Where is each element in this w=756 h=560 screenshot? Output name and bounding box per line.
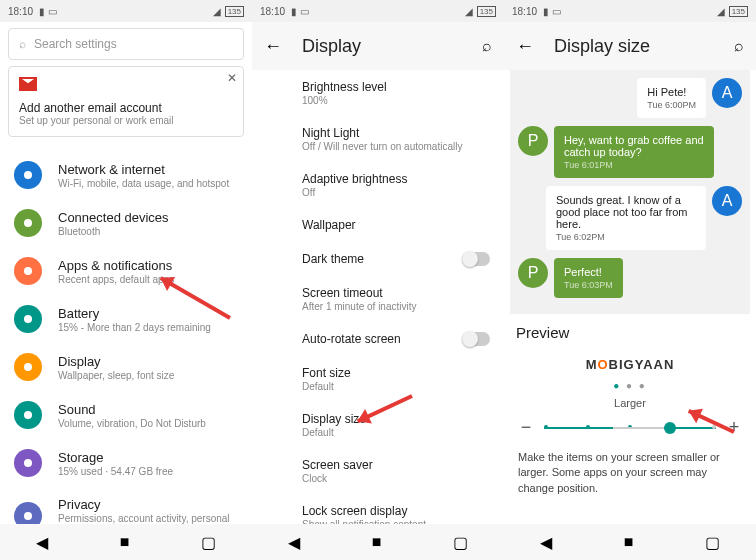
svg-point-7 (24, 512, 32, 520)
preview-chat: AHi Pete!Tue 6:00PMPHey, want to grab co… (510, 70, 750, 314)
settings-icon (14, 209, 42, 237)
settings-icon (14, 257, 42, 285)
settings-item-battery[interactable]: Battery15% - More than 2 days remaining (0, 295, 252, 343)
display-item-adaptive-brightness[interactable]: Adaptive brightnessOff (302, 162, 504, 208)
slider-thumb[interactable] (664, 422, 676, 434)
display-item-brightness-level[interactable]: Brightness level100% (302, 70, 504, 116)
status-bar: 18:10▮ ▭ ◢135 (252, 0, 504, 22)
avatar: A (712, 78, 742, 108)
item-title: Screen timeout (302, 286, 490, 300)
back-icon[interactable]: ← (516, 36, 534, 57)
toggle-switch[interactable] (462, 252, 490, 266)
home-nav-icon[interactable]: ■ (372, 533, 382, 551)
settings-item-storage[interactable]: Storage15% used · 54.47 GB free (0, 439, 252, 487)
status-bar: 18:10▮ ▭ ◢135 (0, 0, 252, 22)
message-bubble: Perfect!Tue 6:03PM (554, 258, 623, 298)
email-card-sub: Set up your personal or work email (19, 115, 233, 126)
back-nav-icon[interactable]: ◀ (540, 533, 552, 552)
avatar: P (518, 126, 548, 156)
search-settings-input[interactable]: ⌕ Search settings (8, 28, 244, 60)
message-time: Tue 6:02PM (556, 232, 696, 242)
wifi-icon: ◢ (213, 6, 221, 17)
display-item-auto-rotate-screen[interactable]: Auto-rotate screen (302, 322, 504, 356)
display-item-screen-saver[interactable]: Screen saverClock (302, 448, 504, 494)
back-nav-icon[interactable]: ◀ (288, 533, 300, 552)
display-size-screen: 18:10▮ ▭ ◢135 ← Display size ⌕ AHi Pete!… (504, 0, 756, 560)
settings-main-screen: 18:10▮ ▭ ◢135 ⌕ Search settings ✕ Add an… (0, 0, 252, 560)
chat-message: PPerfect!Tue 6:03PM (518, 258, 742, 298)
item-title: Adaptive brightness (302, 172, 490, 186)
back-nav-icon[interactable]: ◀ (36, 533, 48, 552)
display-list: Brightness level100%Night LightOff / Wil… (252, 70, 504, 560)
nav-bar: ◀ ■ ▢ (252, 524, 504, 560)
help-text: Make the items on your screen smaller or… (504, 442, 756, 536)
item-sub: Wi-Fi, mobile, data usage, and hotspot (58, 178, 238, 189)
item-title: Lock screen display (302, 504, 490, 518)
item-title: Font size (302, 366, 490, 380)
settings-item-network-internet[interactable]: Network & internetWi-Fi, mobile, data us… (0, 151, 252, 199)
settings-icon (14, 401, 42, 429)
size-slider[interactable] (544, 427, 716, 429)
watermark: MOBIGYAAN (504, 351, 756, 378)
nav-bar: ◀ ■ ▢ (504, 524, 756, 560)
nav-bar: ◀ ■ ▢ (0, 524, 252, 560)
svg-point-2 (24, 267, 32, 275)
app-bar: ← Display ⌕ (252, 22, 504, 70)
notif-icon: ▮ ▭ (291, 6, 309, 17)
item-title: Privacy (58, 497, 238, 512)
settings-icon (14, 305, 42, 333)
home-nav-icon[interactable]: ■ (120, 533, 130, 551)
add-email-card[interactable]: ✕ Add another email account Set up your … (8, 66, 244, 137)
page-title: Display (302, 36, 462, 57)
item-title: Storage (58, 450, 238, 465)
status-bar: 18:10▮ ▭ ◢135 (504, 0, 756, 22)
search-icon[interactable]: ⌕ (482, 37, 492, 55)
decrease-button[interactable]: − (518, 417, 534, 438)
settings-item-connected-devices[interactable]: Connected devicesBluetooth (0, 199, 252, 247)
message-bubble: Hey, want to grab coffee and catch up to… (554, 126, 714, 178)
display-item-night-light[interactable]: Night LightOff / Will never turn on auto… (302, 116, 504, 162)
item-title: Display size (302, 412, 490, 426)
status-time: 18:10 (8, 6, 33, 17)
search-icon[interactable]: ⌕ (734, 37, 744, 55)
settings-item-sound[interactable]: SoundVolume, vibration, Do Not Disturb (0, 391, 252, 439)
svg-point-4 (24, 363, 32, 371)
battery-icon: 135 (225, 6, 244, 17)
battery-icon: 135 (477, 6, 496, 17)
settings-icon (14, 353, 42, 381)
app-bar: ← Display size ⌕ (504, 22, 756, 70)
settings-item-apps-notifications[interactable]: Apps & notificationsRecent apps, default… (0, 247, 252, 295)
message-bubble: Hi Pete!Tue 6:00PM (637, 78, 706, 118)
settings-item-display[interactable]: DisplayWallpaper, sleep, font size (0, 343, 252, 391)
item-title: Connected devices (58, 210, 238, 225)
search-placeholder: Search settings (34, 37, 117, 51)
recent-nav-icon[interactable]: ▢ (705, 533, 720, 552)
recent-nav-icon[interactable]: ▢ (201, 533, 216, 552)
item-title: Wallpaper (302, 218, 490, 232)
message-time: Tue 6:03PM (564, 280, 613, 290)
back-icon[interactable]: ← (264, 36, 282, 57)
item-sub: Default (302, 427, 490, 438)
chat-message: AHi Pete!Tue 6:00PM (518, 78, 742, 118)
item-title: Night Light (302, 126, 490, 140)
page-indicator: ● ● ● (504, 378, 756, 393)
settings-icon (14, 449, 42, 477)
item-title: Display (58, 354, 238, 369)
home-nav-icon[interactable]: ■ (624, 533, 634, 551)
toggle-switch[interactable] (462, 332, 490, 346)
display-item-wallpaper[interactable]: Wallpaper (302, 208, 504, 242)
item-sub: Off (302, 187, 490, 198)
preview-label: Preview (504, 314, 756, 351)
item-title: Screen saver (302, 458, 490, 472)
display-item-display-size[interactable]: Display sizeDefault (302, 402, 504, 448)
item-sub: After 1 minute of inactivity (302, 301, 490, 312)
size-slider-row: − + (504, 413, 756, 442)
display-item-font-size[interactable]: Font sizeDefault (302, 356, 504, 402)
display-item-screen-timeout[interactable]: Screen timeoutAfter 1 minute of inactivi… (302, 276, 504, 322)
recent-nav-icon[interactable]: ▢ (453, 533, 468, 552)
display-item-dark-theme[interactable]: Dark theme (302, 242, 504, 276)
item-sub: Volume, vibration, Do Not Disturb (58, 418, 238, 429)
svg-point-1 (24, 219, 32, 227)
close-icon[interactable]: ✕ (227, 71, 237, 85)
item-title: Brightness level (302, 80, 490, 94)
